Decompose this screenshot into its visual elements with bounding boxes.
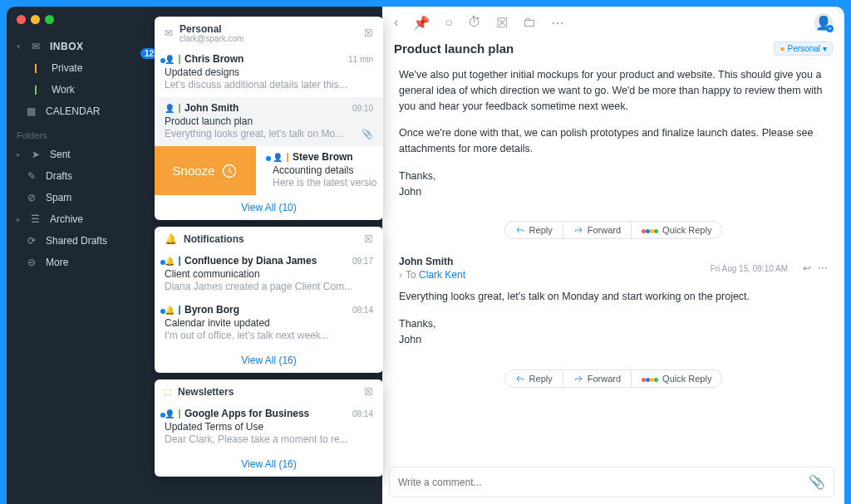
thread-body: Everything looks great, let's talk on Mo…	[382, 286, 844, 362]
view-all-link[interactable]: View All (10)	[155, 195, 383, 220]
folder-tag[interactable]: ●Personal▾	[774, 42, 833, 56]
list-item[interactable]: 🔔Byron Borg08:14 Calendar invite updated…	[155, 299, 383, 348]
folder-color-icon	[179, 55, 180, 64]
snooze-icon[interactable]: ⏱	[468, 15, 481, 30]
message-list: ✉ Personalclark@spark.com ☒ 👤Chris Brown…	[155, 17, 383, 477]
nav-calendar[interactable]: ▦CALENDAR	[7, 100, 155, 122]
nav-drafts[interactable]: ✎Drafts	[7, 165, 155, 187]
sidebar: ▾✉INBOX 12 Private Work ▦CALENDAR Folder…	[7, 7, 155, 504]
section-email: clark@spark.com	[180, 34, 357, 43]
quick-reply-button[interactable]: Quick Reply	[631, 369, 722, 388]
more-icon: ⊖	[25, 257, 37, 268]
max-dot[interactable]	[45, 15, 54, 24]
archive-icon: ☰	[29, 213, 42, 225]
folder-color-icon	[179, 257, 180, 266]
more-icon[interactable]: ⋯	[818, 262, 828, 274]
message-preview: Everything looks great, let's talk on Mo…	[165, 128, 373, 139]
section-newsletters: ⸬Newsletters☒ 👤Google Apps for Business0…	[155, 379, 383, 477]
attachment-icon: 📎	[362, 129, 373, 139]
list-item[interactable]: 👤Chris Brown11 min Updated designs Let's…	[155, 48, 383, 97]
nav-private[interactable]: Private	[7, 57, 155, 79]
message-subject: Product launch plan	[165, 115, 373, 127]
recipient-link[interactable]: Clark Kent	[419, 269, 465, 281]
nav-spam[interactable]: ⊘Spam	[7, 187, 155, 208]
list-item[interactable]: 🔔Confluence by Diana James09:17 Client c…	[155, 250, 383, 299]
action-bar: Reply Forward Quick Reply	[382, 214, 844, 251]
list-item[interactable]: 👤John Smith09:10 Product launch plan Eve…	[155, 97, 383, 146]
folder-color-icon	[179, 409, 180, 418]
reading-pane: ‹ 📌 ○ ⏱ ☒ 🗀 ⋯ 👤 Product launch plan ●Per…	[382, 7, 844, 504]
nav-work[interactable]: Work	[7, 79, 155, 100]
unread-dot-icon	[160, 309, 165, 314]
unread-dot-icon	[266, 156, 271, 161]
comment-input[interactable]	[398, 477, 809, 488]
reply-button[interactable]: Reply	[504, 369, 563, 388]
quick-reply-icon	[642, 225, 658, 235]
more-icon[interactable]: ⋯	[551, 15, 564, 31]
section-personal: ✉ Personalclark@spark.com ☒ 👤Chris Brown…	[155, 17, 383, 220]
message-preview: Let's discuss additional details later t…	[165, 79, 373, 91]
nav-archive[interactable]: ▸☰Archive	[7, 208, 155, 230]
close-dot[interactable]	[17, 15, 26, 24]
avatar[interactable]: 👤	[814, 13, 833, 32]
unread-icon[interactable]: ○	[445, 15, 453, 30]
archive-icon[interactable]: ☒	[364, 386, 373, 398]
nav-inbox[interactable]: ▾✉INBOX	[7, 36, 155, 57]
nav-more[interactable]: ⊖More	[7, 252, 155, 273]
reply-icon[interactable]: ↩	[803, 262, 811, 274]
chevron-down-icon: ▾	[823, 44, 827, 53]
folders-header: Folders	[7, 122, 155, 144]
bell-icon: 🔔	[165, 233, 177, 245]
folder-color-icon	[179, 104, 180, 113]
forward-button[interactable]: Forward	[563, 221, 631, 239]
shared-icon: ⟳	[25, 235, 37, 247]
forward-button[interactable]: Forward	[563, 369, 631, 388]
sent-icon: ➤	[29, 149, 42, 160]
archive-icon[interactable]: ☒	[364, 27, 373, 39]
section-notifications: 🔔Notifications☒ 🔔Confluence by Diana Jam…	[155, 227, 383, 373]
pin-icon[interactable]: 📌	[413, 15, 430, 31]
comment-box[interactable]: 📎	[389, 467, 834, 497]
archive-icon[interactable]: ☒	[364, 233, 373, 245]
chevron-right-icon[interactable]: ›	[399, 269, 402, 281]
list-item[interactable]: 👤Google Apps for Business08:14 Updated T…	[155, 403, 383, 452]
chevron-down-icon: ▾	[17, 42, 21, 51]
person-icon: 👤	[165, 55, 175, 64]
message-subject: Updated designs	[165, 66, 373, 78]
chevron-right-icon: ▸	[17, 150, 21, 159]
unread-dot-icon	[160, 260, 165, 265]
drafts-icon: ✎	[25, 170, 37, 182]
quick-reply-button[interactable]: Quick Reply	[631, 221, 722, 239]
rss-icon: ⸬	[165, 386, 171, 398]
person-icon: 👤	[165, 104, 175, 113]
calendar-icon: ▦	[25, 105, 37, 117]
message-preview: Here is the latest versio	[273, 177, 376, 188]
view-all-link[interactable]: View All (16)	[155, 452, 383, 477]
back-icon[interactable]: ‹	[394, 15, 398, 30]
bell-icon: 🔔	[165, 306, 175, 315]
chevron-right-icon: ▸	[17, 215, 21, 223]
reply-icon	[515, 374, 525, 384]
person-icon: 👤	[273, 153, 283, 162]
thread-date: Fri Aug 15, 09:10 AM	[711, 264, 788, 273]
attachment-icon[interactable]: 📎	[809, 474, 825, 490]
unread-dot-icon	[160, 58, 165, 63]
nav-shared-drafts[interactable]: ⟳Shared Drafts	[7, 230, 155, 252]
view-all-link[interactable]: View All (16)	[155, 348, 383, 373]
folder-icon[interactable]: 🗀	[523, 15, 536, 30]
folder-color-icon	[35, 86, 37, 95]
nav-sent[interactable]: ▸➤Sent	[7, 144, 155, 165]
min-dot[interactable]	[31, 15, 40, 24]
reply-button[interactable]: Reply	[504, 221, 563, 239]
snooze-button[interactable]: Snooze	[155, 146, 256, 195]
section-title: Personal	[180, 23, 357, 35]
unread-dot-icon	[160, 413, 165, 418]
window-controls	[7, 15, 155, 36]
mail-icon: ✉	[165, 27, 173, 39]
archive-icon[interactable]: ☒	[496, 15, 508, 31]
list-item-snooze[interactable]: Snooze 👤Steve Brown Accounting details H…	[155, 146, 383, 195]
action-bar: Reply Forward Quick Reply	[382, 363, 844, 399]
email-body: We've also put together initial mockups …	[382, 64, 844, 214]
thread-header: John Smith ›To Clark Kent Fri Aug 15, 09…	[382, 251, 844, 286]
forward-icon	[573, 225, 583, 235]
